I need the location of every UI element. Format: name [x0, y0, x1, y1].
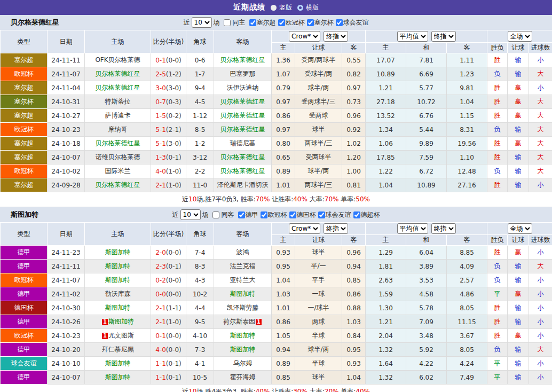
- red-card-badge: 1: [102, 319, 108, 325]
- radio-horizontal-label: 横版: [306, 3, 319, 12]
- league-checkbox[interactable]: [238, 211, 245, 218]
- league-filter[interactable]: 球会友谊: [334, 18, 369, 27]
- away-team-name: 贝尔格莱德红星: [220, 56, 265, 64]
- odds-home: 0.65: [272, 151, 295, 164]
- corner-count: 0-6: [186, 53, 214, 67]
- fulltime-score: 4-0: [155, 346, 166, 354]
- league-checkbox[interactable]: [307, 19, 314, 26]
- away-team-name: 巴塞罗那: [230, 70, 256, 77]
- odds-home: 1.07: [272, 67, 295, 81]
- league-badge: 德国杯: [1, 301, 48, 315]
- avg-stage-select[interactable]: 终指: [431, 223, 456, 234]
- odds-stage-select[interactable]: 终指: [324, 31, 348, 42]
- league-checkbox[interactable]: [318, 211, 325, 218]
- league-filter[interactable]: 塞尔杯: [305, 18, 334, 27]
- halftime-score: (0-0): [166, 277, 182, 284]
- table-row: 塞尔超 24-10-27 萨博迪卡 1-5(0-2) 1-12 贝尔格莱德红星 …: [1, 109, 552, 123]
- recent-count-select[interactable]: 10: [192, 17, 212, 28]
- near-label: 近: [172, 210, 179, 219]
- score-cell: 3-0(3-0): [151, 81, 186, 95]
- corner-count: 1-12: [186, 109, 214, 123]
- odds-away: 0.84: [342, 329, 366, 343]
- same-home-checkbox[interactable]: [224, 19, 231, 26]
- avg-draw: 6.76: [406, 109, 447, 123]
- bookmaker-select[interactable]: Crow*: [289, 223, 320, 234]
- result-handicap: 输: [508, 343, 529, 357]
- odds-away: 0.93: [342, 357, 366, 371]
- halftime-score: (0-1): [166, 374, 182, 381]
- avg-stage-select[interactable]: 终指: [431, 31, 456, 42]
- league-checkbox[interactable]: [336, 19, 343, 26]
- league-checkbox[interactable]: [289, 211, 296, 218]
- odds-handicap: 球半/两: [295, 164, 342, 178]
- avg-away: 8.05: [447, 343, 487, 357]
- league-filter[interactable]: 球会友谊: [316, 210, 351, 219]
- halftime-score: (0-3): [166, 98, 182, 106]
- league-badge: 欧冠杯: [1, 273, 48, 287]
- average-select[interactable]: 平均值: [397, 31, 428, 42]
- league-badge: 德甲: [1, 343, 48, 357]
- odds-stage-select[interactable]: 终指: [324, 223, 348, 234]
- home-team-name: OFK贝尔格莱德: [95, 56, 140, 64]
- fulltime-score: 2-1: [155, 318, 166, 326]
- fulltime-score: 0-7: [155, 98, 166, 106]
- match-date: 24-10-07: [48, 371, 85, 385]
- league-checkbox[interactable]: [353, 211, 360, 218]
- avg-away: 8.05: [447, 301, 487, 315]
- league-checkbox[interactable]: [249, 19, 256, 26]
- league-filter[interactable]: 欧冠杯: [258, 210, 287, 219]
- league-checkbox[interactable]: [278, 19, 285, 26]
- away-team-name: 亚特兰大: [230, 276, 256, 284]
- league-filter[interactable]: 德超杯: [351, 210, 380, 219]
- league-badge: 欧冠杯: [1, 164, 48, 178]
- table-row: 德国杯 24-10-30 斯图加特 2-1(1-1) 4-4 凯泽斯劳滕 1.0…: [1, 301, 552, 315]
- subcol-avg-home: 主: [366, 43, 406, 53]
- league-badge: 塞尔超: [1, 137, 48, 151]
- odds-handicap: 半球: [295, 329, 342, 343]
- league-label: 德国杯: [297, 210, 316, 219]
- subcol-avg-draw: 和: [406, 235, 447, 246]
- match-date: 24-11-07: [48, 273, 85, 287]
- scope-select[interactable]: 全场: [508, 223, 532, 234]
- odds-away: 1.02: [342, 137, 366, 151]
- league-filter[interactable]: 德甲: [236, 210, 258, 219]
- league-filter[interactable]: 塞尔超: [247, 18, 276, 27]
- result-handicap: 输: [508, 260, 529, 273]
- topbar: 近期战绩 竖版 横版: [0, 0, 552, 15]
- match-date: 24-10-27: [48, 109, 85, 123]
- home-team: 贝尔格莱德红星: [85, 137, 151, 151]
- recent-count-select[interactable]: 10: [180, 209, 201, 220]
- result-winlose: 平: [487, 357, 508, 371]
- col-score: 比分(半场): [151, 223, 186, 246]
- avg-draw: 6.72: [406, 164, 447, 178]
- avg-away: 7.49: [447, 371, 487, 385]
- average-select[interactable]: 平均值: [397, 223, 428, 234]
- result-goals: 大: [529, 260, 552, 273]
- radio-unselected-icon[interactable]: [297, 5, 303, 11]
- league-checkbox[interactable]: [261, 211, 267, 218]
- radio-selected-icon[interactable]: [271, 5, 277, 11]
- league-filter[interactable]: 欧冠杯: [276, 18, 305, 27]
- same-away-checkbox[interactable]: [212, 211, 219, 218]
- away-team: 波鸿: [214, 246, 272, 260]
- away-team: 霍芬海姆: [214, 371, 272, 385]
- away-team-name: 荷尔斯泰因: [223, 318, 255, 325]
- odds-home: 0.86: [272, 109, 295, 123]
- bookmaker-select[interactable]: Crow*: [289, 31, 320, 42]
- result-goals: 大: [529, 109, 552, 123]
- away-team-name: 乌尔姆: [233, 359, 253, 367]
- radio-vertical-layout[interactable]: 竖版: [271, 3, 292, 12]
- odds-home: 0.79: [272, 81, 295, 95]
- away-team: 斯图加特: [214, 287, 272, 301]
- odds-home: 0.94: [272, 343, 295, 357]
- odds-away: 0.96: [342, 109, 366, 123]
- table-row: 欧冠杯 24-10-23 1尤文图斯 0-1(0-0) 4-10 斯图加特 1.…: [1, 329, 552, 343]
- league-filter[interactable]: 德国杯: [287, 210, 316, 219]
- away-team: 凯泽斯劳滕: [214, 301, 272, 315]
- score-cell: 0-1(0-0): [151, 53, 186, 67]
- result-goals: 小: [529, 246, 552, 260]
- scope-select[interactable]: 全场: [508, 31, 532, 42]
- avg-draw: 7.81: [406, 53, 447, 67]
- score-cell: 1-1(0-1): [151, 371, 186, 385]
- radio-horizontal-layout[interactable]: 横版: [297, 3, 319, 12]
